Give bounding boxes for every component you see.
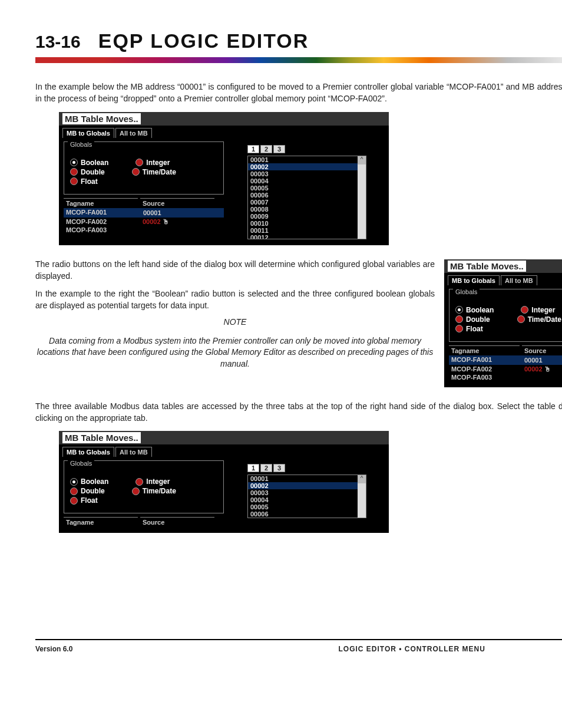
tab-mb-to-globals[interactable]: MB to Globals xyxy=(448,275,500,285)
list-item[interactable]: 00006 xyxy=(248,192,366,199)
radio-boolean[interactable]: Boolean xyxy=(70,159,108,167)
dialog-title: MB Table Moves.. xyxy=(62,113,141,124)
table-row[interactable]: MCOP-FA00200002 🖱 xyxy=(64,218,224,226)
scrollbar[interactable]: ^ xyxy=(358,156,366,239)
address-list[interactable]: 00001 00002 00003 00004 00005 00006 0000… xyxy=(247,156,366,239)
tab-all-to-mb[interactable]: All to MB xyxy=(115,447,152,457)
number-tab-1[interactable]: 1 xyxy=(247,464,259,472)
radio-float[interactable]: Float xyxy=(70,177,98,186)
list-item[interactable]: 00010 xyxy=(248,220,366,227)
table-row[interactable]: MCOP-FA00200002 🖱 xyxy=(449,365,562,373)
number-tab-3[interactable]: 3 xyxy=(273,464,285,472)
paragraph-1: In the example below the MB address “000… xyxy=(35,81,562,105)
footer-version: Version 6.0 xyxy=(35,645,226,653)
paragraph-2: The radio buttons on the left hand side … xyxy=(35,258,435,282)
table-row[interactable]: MCOP-FA003 xyxy=(64,226,224,234)
table-row[interactable]: MCOP-FA00100001 xyxy=(64,208,224,218)
tab-mb-to-globals[interactable]: MB to Globals xyxy=(62,447,114,457)
radio-double[interactable]: Double xyxy=(455,315,490,324)
table-row[interactable]: MCOP-FA00100001 xyxy=(449,355,562,365)
page-title: EQP LOGIC EDITOR xyxy=(98,29,309,52)
scroll-up-icon[interactable]: ^ xyxy=(358,475,366,483)
list-item[interactable]: 00006 xyxy=(248,510,366,518)
list-item[interactable]: 00009 xyxy=(248,213,366,220)
number-tab-2[interactable]: 2 xyxy=(260,145,272,153)
list-item[interactable]: 00001 xyxy=(248,475,366,482)
number-tab-2[interactable]: 2 xyxy=(260,464,272,472)
tab-mb-to-globals[interactable]: MB to Globals xyxy=(62,128,114,138)
radio-integer[interactable]: Integer xyxy=(135,477,170,486)
radio-timedate[interactable]: Time/Date xyxy=(132,487,176,495)
list-item[interactable]: 00005 xyxy=(248,503,366,510)
note-heading: NOTE xyxy=(35,318,435,326)
list-item[interactable]: 00004 xyxy=(248,177,366,185)
radio-integer[interactable]: Integer xyxy=(135,159,170,167)
tab-all-to-mb[interactable]: All to MB xyxy=(115,128,152,138)
paragraph-3: In the example to the right the “Boolean… xyxy=(35,288,435,312)
footer-section: LOGIC EDITOR • CONTROLLER MENU xyxy=(226,645,562,653)
list-item[interactable]: 00001 xyxy=(248,156,366,163)
list-item[interactable]: 00005 xyxy=(248,185,366,192)
drag-cursor-icon: 🖱 xyxy=(544,365,551,373)
page-number: 13-16 xyxy=(35,32,81,52)
list-item[interactable]: 00003 xyxy=(248,170,366,177)
scrollbar[interactable]: ^ xyxy=(358,475,366,518)
radio-timedate[interactable]: Time/Date xyxy=(132,168,176,176)
address-list[interactable]: 00001 00002 00003 00004 00005 00006 ^ xyxy=(247,475,366,518)
globals-group-label: Globals xyxy=(68,141,94,148)
radio-integer[interactable]: Integer xyxy=(521,306,555,314)
radio-double[interactable]: Double xyxy=(70,487,105,495)
header-divider xyxy=(35,57,562,63)
number-tab-3[interactable]: 3 xyxy=(273,145,285,153)
screenshot-1: MB Table Moves.. MB to Globals All to MB… xyxy=(59,112,389,245)
list-item[interactable]: 00002 xyxy=(248,482,366,489)
radio-timedate[interactable]: Time/Date xyxy=(517,315,561,324)
list-item[interactable]: 00012 xyxy=(248,234,366,239)
radio-double[interactable]: Double xyxy=(70,168,105,176)
number-tab-1[interactable]: 1 xyxy=(247,145,259,153)
list-item[interactable]: 00007 xyxy=(248,199,366,206)
note-body: Data coming from a Modbus system into th… xyxy=(35,335,435,370)
table-row[interactable]: MCOP-FA003 xyxy=(449,373,562,381)
col-tagname: Tagname xyxy=(64,198,138,208)
radio-boolean[interactable]: Boolean xyxy=(455,306,494,314)
list-item[interactable]: 00008 xyxy=(248,206,366,213)
col-source: Source xyxy=(140,198,214,208)
radio-float[interactable]: Float xyxy=(70,496,98,505)
radio-boolean[interactable]: Boolean xyxy=(70,477,108,486)
paragraph-4: The three available Modbus data tables a… xyxy=(35,400,562,424)
screenshot-2: MB Table Moves.. MB to Globals All to MB… xyxy=(444,259,562,387)
list-item[interactable]: 00002 xyxy=(248,163,366,170)
tab-all-to-mb[interactable]: All to MB xyxy=(501,275,537,285)
list-item[interactable]: 00004 xyxy=(248,496,366,503)
list-item[interactable]: 00003 xyxy=(248,489,366,496)
scroll-up-icon[interactable]: ^ xyxy=(358,156,366,164)
radio-float[interactable]: Float xyxy=(455,325,483,333)
screenshot-3: MB Table Moves.. MB to Globals All to MB… xyxy=(59,431,389,533)
list-item[interactable]: 00011 xyxy=(248,227,366,234)
drag-cursor-icon: 🖱 xyxy=(163,218,169,225)
drag-value: 00002 xyxy=(143,218,161,225)
